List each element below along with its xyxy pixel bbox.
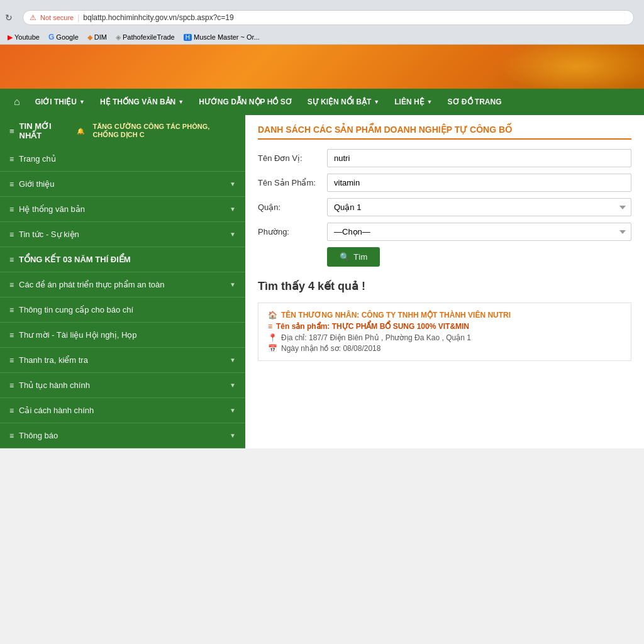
form-row-san-pham: Tên Sản Phẩm: [258, 174, 631, 192]
form-row-quan: Quận: Quận 1 [258, 198, 631, 216]
address-icon: 📍 [268, 333, 277, 342]
result-product: ≡ Tên sản phẩm: THỰC PHẨM BỔ SUNG 100% V… [268, 322, 621, 331]
thu-tuc-expand-icon: ▼ [230, 382, 236, 389]
nav-he-thong-van-ban[interactable]: HỆ THỐNG VĂN BẢN ▼ [92, 90, 191, 114]
not-secure-label: Not secure [40, 14, 74, 21]
nav-home[interactable]: ⌂ [6, 89, 28, 115]
search-icon: 🔍 [340, 252, 350, 262]
header-banner [0, 45, 644, 89]
thanh-tra-expand-icon: ▼ [230, 357, 236, 364]
he-thong-expand-icon: ▼ [230, 206, 236, 213]
tin-tuc-expand-icon: ▼ [230, 231, 236, 238]
sidebar-item-thu-moi[interactable]: ≡ Thư mời - Tài liệu Hội nghị, Họp [0, 323, 245, 348]
sidebar-header: ≡ TIN MỚI NHẤT 🔔 TĂNG CƯỜNG CÔNG TÁC PHÒ… [0, 115, 245, 147]
pathofexile-icon: ◈ [116, 33, 121, 42]
google-icon: G [48, 33, 54, 42]
ticker-icon: 🔔 [77, 128, 84, 135]
input-don-vi[interactable] [327, 149, 631, 167]
result-company: 🏠 TÊN THƯƠNG NHÂN: CÔNG TY TNHH MỘT THÀN… [268, 311, 621, 319]
gioi-thieu-icon: ≡ [9, 180, 14, 189]
nav-su-kien-arrow: ▼ [374, 99, 379, 105]
nav-van-ban-arrow: ▼ [178, 99, 184, 105]
product-icon: ≡ [268, 322, 272, 331]
sidebar-item-cai-cach[interactable]: ≡ Cải cách hành chính ▼ [0, 398, 245, 423]
gioi-thieu-expand-icon: ▼ [230, 180, 236, 187]
nav-huong-dan-nop-ho-so[interactable]: HƯỚNG DẪN NỘP HỒ SƠ [191, 90, 299, 114]
company-icon: 🏠 [268, 311, 277, 319]
sidebar-item-tong-ket[interactable]: ≡ TỔNG KẾT 03 NĂM THÍ ĐIỂM [0, 247, 245, 272]
url-text: bqlattp.hochiminhcity.gov.vn/spcb.aspx?c… [83, 13, 233, 22]
sidebar-item-he-thong-van-ban[interactable]: ≡ Hệ thống văn bản ▼ [0, 197, 245, 222]
sidebar-item-thanh-tra[interactable]: ≡ Thanh tra, kiểm tra ▼ [0, 348, 245, 373]
sidebar-item-de-an[interactable]: ≡ Các đề án phát triển thực phẩm an toàn… [0, 272, 245, 297]
search-button[interactable]: 🔍 Tìm [327, 247, 380, 267]
thu-moi-icon: ≡ [9, 331, 14, 340]
page-title: DANH SÁCH CÁC SẢN PHẨM DOANH NGHIỆP TỰ C… [258, 125, 631, 140]
sidebar-item-thu-tuc[interactable]: ≡ Thủ tục hành chính ▼ [0, 373, 245, 398]
bookmark-youtube[interactable]: ▶ Youtube [5, 33, 42, 42]
nav-su-kien-noi-bat[interactable]: SỰ KIỆN NỔI BẬT ▼ [300, 90, 387, 114]
sidebar-item-trang-chu[interactable]: ≡ Trang chủ [0, 147, 245, 172]
youtube-icon: ▶ [8, 33, 13, 42]
de-an-icon: ≡ [9, 280, 14, 289]
thong-bao-icon: ≡ [9, 431, 14, 440]
nav-gioi-thieu[interactable]: GIỚI THIỆU ▼ [28, 90, 92, 114]
select-quan[interactable]: Quận 1 [327, 198, 631, 216]
tin-tuc-icon: ≡ [9, 230, 14, 239]
result-address: 📍 Địa chỉ: 187/7 Điện Biên Phủ , Phường … [268, 333, 621, 342]
select-phuong[interactable]: —Chọn— [327, 223, 631, 241]
bookmark-muscle[interactable]: H Muscle Master ~ Or... [181, 33, 262, 42]
tong-ket-icon: ≡ [9, 255, 14, 264]
main-content: DANH SÁCH CÁC SẢN PHẨM DOANH NGHIỆP TỰ C… [245, 115, 644, 448]
sidebar-item-gioi-thieu[interactable]: ≡ Giới thiệu ▼ [0, 172, 245, 197]
input-san-pham[interactable] [327, 174, 631, 192]
sidebar-item-thong-bao[interactable]: ≡ Thông báo ▼ [0, 423, 245, 448]
result-item-1: 🏠 TÊN THƯƠNG NHÂN: CÔNG TY TNHH MỘT THÀN… [258, 303, 631, 361]
sidebar-header-label: TIN MỚI NHẤT [19, 121, 67, 140]
sidebar-item-tin-tuc[interactable]: ≡ Tin tức - Sự kiện ▼ [0, 222, 245, 247]
form-row-don-vi: Tên Đơn Vị: [258, 149, 631, 167]
bookmark-pathofexile[interactable]: ◈ PathofexileTrade [113, 33, 177, 42]
cai-cach-icon: ≡ [9, 406, 14, 415]
nav-gioi-thieu-arrow: ▼ [79, 99, 85, 105]
sidebar: ≡ TIN MỚI NHẤT 🔔 TĂNG CƯỜNG CÔNG TÁC PHÒ… [0, 115, 245, 448]
dim-icon: ◆ [87, 33, 92, 42]
nav-so-do-trang[interactable]: SƠ ĐỒ TRANG [440, 90, 509, 114]
label-phuong: Phường: [258, 227, 321, 236]
he-thong-icon: ≡ [9, 205, 14, 214]
refresh-icon[interactable]: ↻ [5, 13, 13, 23]
label-san-pham: Tên Sản Phẩm: [258, 178, 321, 187]
form-row-phuong: Phường: —Chọn— [258, 223, 631, 241]
cai-cach-expand-icon: ▼ [230, 407, 236, 414]
de-an-expand-icon: ▼ [230, 281, 236, 288]
sidebar-header-icon: ≡ [9, 126, 14, 136]
website: ⌂ GIỚI THIỆU ▼ HỆ THỐNG VĂN BẢN ▼ HƯỚNG … [0, 45, 644, 448]
sidebar-item-thong-tin-bao-chi[interactable]: ≡ Thông tin cung cấp cho báo chí [0, 297, 245, 323]
bookmarks-bar: ▶ Youtube G Google ◆ DIM ◈ PathofexileTr… [0, 30, 644, 45]
nav-lien-he-arrow: ▼ [427, 99, 433, 105]
security-warning-icon: ⚠ [30, 13, 36, 22]
main-navigation: ⌂ GIỚI THIỆU ▼ HỆ THỐNG VĂN BẢN ▼ HƯỚNG … [0, 89, 644, 115]
label-don-vi: Tên Đơn Vị: [258, 153, 321, 163]
content-layout: ≡ TIN MỚI NHẤT 🔔 TĂNG CƯỜNG CÔNG TÁC PHÒ… [0, 115, 644, 448]
result-date: 📅 Ngày nhận hồ sơ: 08/08/2018 [268, 344, 621, 353]
label-quan: Quận: [258, 203, 321, 212]
thu-tuc-icon: ≡ [9, 381, 14, 390]
ticker-text: TĂNG CƯỜNG CÔNG TÁC PHÒNG, CHỐNG DỊCH C [92, 123, 236, 139]
browser-chrome: ↻ ⚠ Not secure | bqlattp.hochiminhcity.g… [0, 0, 644, 45]
bookmark-dim[interactable]: ◆ DIM [85, 33, 109, 42]
search-form: Tên Đơn Vị: Tên Sản Phẩm: Quận: Quận 1 P… [258, 149, 631, 267]
thong-bao-expand-icon: ▼ [230, 432, 236, 439]
trang-chu-icon: ≡ [9, 155, 14, 164]
address-bar[interactable]: ⚠ Not secure | bqlattp.hochiminhcity.gov… [23, 10, 634, 25]
muscle-icon: H [184, 34, 192, 41]
bao-chi-icon: ≡ [9, 306, 14, 314]
bookmark-google[interactable]: G Google [46, 32, 81, 42]
thanh-tra-icon: ≡ [9, 356, 14, 365]
nav-lien-he[interactable]: LIÊN HỆ ▼ [387, 90, 440, 114]
results-count: Tìm thấy 4 kết quả ! [258, 279, 631, 293]
date-icon: 📅 [268, 344, 277, 353]
